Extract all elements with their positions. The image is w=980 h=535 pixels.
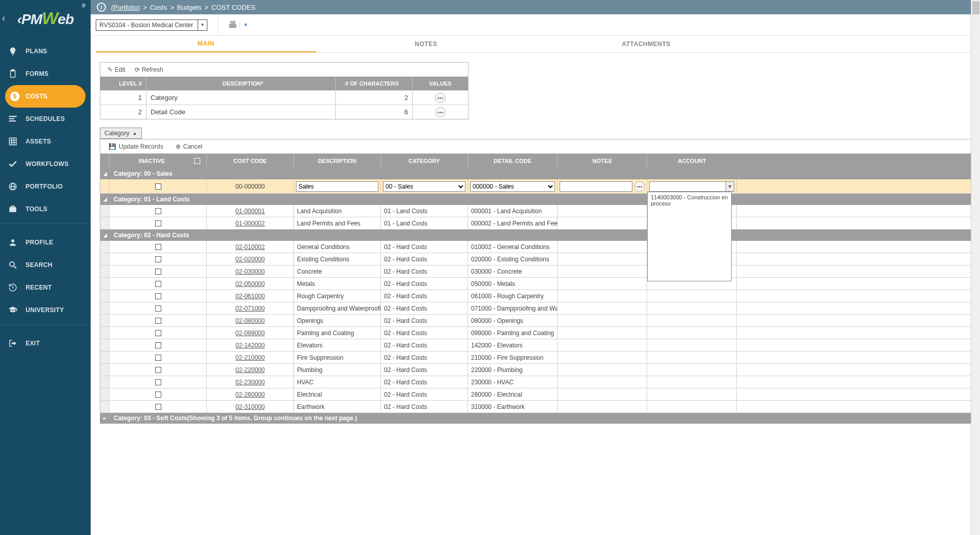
notes-cell — [558, 388, 647, 400]
refresh-button[interactable]: ⟳ Refresh — [135, 66, 163, 73]
inactive-checkbox[interactable] — [155, 183, 161, 190]
inactive-checkbox[interactable] — [155, 269, 161, 275]
select-all-checkbox[interactable] — [194, 158, 200, 164]
inactive-checkbox[interactable] — [155, 256, 161, 262]
nav-item-search[interactable]: SEARCH — [0, 254, 91, 276]
inactive-checkbox[interactable] — [155, 355, 161, 361]
notes-input[interactable] — [560, 181, 632, 192]
refresh-label: Refresh — [142, 66, 163, 73]
cancel-icon: ⊗ — [176, 143, 181, 150]
inactive-checkbox[interactable] — [155, 293, 161, 299]
ellipsis-button[interactable]: ••• — [634, 181, 645, 192]
inactive-checkbox[interactable] — [155, 392, 161, 398]
group-row-truncated[interactable]: ▸ Category: 03 - Soft Costs(Showing 3 of… — [100, 413, 974, 423]
category-filter[interactable]: Category ▲ — [100, 128, 142, 139]
inactive-checkbox[interactable] — [155, 367, 161, 373]
cost-code-link[interactable]: 02-210000 — [236, 354, 265, 361]
inactive-checkbox[interactable] — [155, 281, 161, 287]
cancel-button[interactable]: ⊗ Cancel — [176, 143, 202, 150]
print-button[interactable]: 🖶 ▼ — [228, 19, 248, 30]
expand-cell — [100, 327, 110, 339]
ellipsis-button[interactable]: ••• — [435, 107, 445, 117]
col-chars: # OF CHARACTERS — [336, 77, 413, 90]
nav-item-recent[interactable]: RECENT — [0, 276, 91, 299]
notes-cell — [558, 352, 647, 363]
page-scrollbar[interactable] — [971, 0, 980, 535]
nav-item-tools[interactable]: TOOLS — [0, 198, 91, 220]
inactive-checkbox[interactable] — [155, 244, 161, 250]
sort-asc-icon: ▲ — [133, 131, 137, 136]
cost-cell: 02-080000 — [207, 315, 294, 326]
desc-cell: Metals — [294, 278, 381, 290]
tab-notes[interactable]: NOTES — [316, 36, 536, 52]
detail-select[interactable]: 000000 - Sales — [470, 181, 555, 192]
nav-primary: PLANSFORMS$COSTSSCHEDULESASSETSWORKFLOWS… — [0, 36, 91, 220]
desc-cell: General Conditions — [294, 241, 381, 253]
cat-cell: 02 - Hard Costs — [381, 265, 468, 277]
cost-code-link[interactable]: 02-071000 — [236, 305, 265, 312]
nav-item-university[interactable]: UNIVERSITY — [0, 299, 91, 321]
cost-code-link[interactable]: 02-230000 — [236, 379, 265, 386]
group-row[interactable]: ◢Category: 02 - Hard Costs — [100, 230, 974, 241]
col-cat: CATEGORY — [381, 154, 468, 168]
nav-item-forms[interactable]: FORMS — [0, 63, 91, 85]
group-row[interactable]: ◢Category: 01 - Land Costs — [100, 194, 974, 205]
nav-item-costs[interactable]: $COSTS — [5, 85, 86, 108]
collapse-chevron-icon[interactable]: ‹ — [2, 13, 5, 24]
cost-code-link[interactable]: 02-310000 — [236, 403, 265, 410]
nav-item-assets[interactable]: ASSETS — [0, 130, 91, 153]
tab-attachments[interactable]: ATTACHMENTS — [536, 36, 756, 52]
nav-item-exit[interactable]: EXIT — [0, 332, 91, 355]
chevron-down-icon[interactable]: ▼ — [198, 19, 207, 31]
inactive-checkbox[interactable] — [155, 330, 161, 336]
inactive-checkbox[interactable] — [155, 404, 161, 410]
cost-code-link[interactable]: 02-220000 — [236, 366, 265, 374]
inactive-checkbox[interactable] — [155, 305, 161, 312]
inactive-checkbox[interactable] — [155, 379, 161, 385]
cost-code-link[interactable]: 01-000002 — [236, 220, 265, 227]
desc-input[interactable] — [296, 181, 378, 192]
inactive-checkbox[interactable] — [155, 342, 161, 348]
cost-code-link[interactable]: 02-010002 — [236, 243, 265, 251]
cost-code-link[interactable]: 02-020000 — [236, 256, 265, 263]
cost-code-link[interactable]: 02-030000 — [236, 268, 265, 275]
project-select[interactable]: RVS0104 - Boston Medical Center ▼ — [96, 19, 207, 31]
nav-item-portfolio[interactable]: PORTFOLIO — [0, 175, 91, 198]
inactive-checkbox[interactable] — [155, 208, 161, 214]
update-records-button[interactable]: 💾 Update Records — [109, 143, 163, 150]
cost-code-link[interactable]: 01-000001 — [236, 208, 265, 215]
col-desc: DESCRIPTION — [294, 154, 381, 168]
account-dropdown-panel[interactable]: 1140003000 - Construccion en proceso — [647, 192, 732, 281]
cat-cell: 02 - Hard Costs — [381, 364, 468, 376]
cost-code-link[interactable]: 02-142000 — [236, 342, 265, 349]
account-cell — [647, 339, 737, 351]
cost-code-link[interactable]: 02-080000 — [236, 317, 265, 324]
group-row[interactable]: ◢Category: 00 - Sales — [100, 168, 974, 179]
ellipsis-button[interactable]: ••• — [435, 93, 445, 103]
breadcrumb-sep: > — [143, 4, 147, 11]
chevron-down-icon[interactable]: ▼ — [240, 22, 248, 28]
group-label: Category: 02 - Hard Costs — [114, 232, 189, 239]
nav-item-profile[interactable]: PROFILE — [0, 231, 91, 254]
scrollbar-thumb[interactable] — [972, 1, 979, 14]
inactive-checkbox[interactable] — [155, 220, 161, 227]
account-select[interactable]: ▼ — [649, 181, 734, 192]
inactive-checkbox[interactable] — [155, 318, 161, 324]
svg-rect-4 — [9, 116, 17, 117]
cat-cell: 02 - Hard Costs — [381, 302, 468, 314]
nav-item-plans[interactable]: PLANS — [0, 40, 91, 63]
cost-code-link[interactable]: 02-050000 — [236, 280, 265, 287]
cost-code-link[interactable]: 02-260000 — [236, 391, 265, 398]
edit-button[interactable]: ✎ Edit — [108, 66, 125, 73]
desc-cell: Existing Conditions — [294, 253, 381, 265]
tab-main[interactable]: MAIN — [96, 36, 316, 52]
level-values: ••• — [413, 105, 468, 119]
nav-label: PORTFOLIO — [26, 183, 63, 190]
nav-item-workflows[interactable]: WORKFLOWS — [0, 153, 91, 175]
breadcrumb-portfolio-link[interactable]: (Portfolio) — [111, 4, 140, 11]
cost-code-link[interactable]: 02-099000 — [236, 330, 265, 337]
cost-code-link[interactable]: 02-061000 — [236, 293, 265, 300]
cat-select[interactable]: 00 - Sales — [383, 181, 465, 192]
nav-item-schedules[interactable]: SCHEDULES — [0, 108, 91, 130]
info-icon[interactable]: i — [97, 3, 106, 12]
